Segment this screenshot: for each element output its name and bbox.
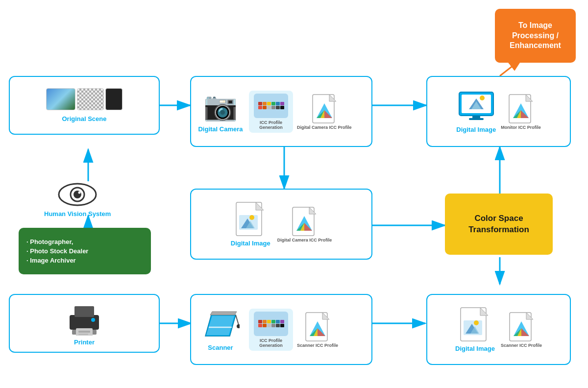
human-vision-container: Human Vision System <box>44 181 111 218</box>
colorchecker-device <box>254 94 288 118</box>
photo-strip <box>46 88 122 110</box>
image-doc-bot-icon <box>460 307 490 342</box>
svg-rect-56 <box>78 334 88 335</box>
camera-icc-profile-label: Digital Camera ICC Profile <box>297 125 352 130</box>
scanner-icon <box>201 308 240 341</box>
scanner-box: Scanner ICC Pro <box>190 294 372 365</box>
photo-checker <box>77 88 104 110</box>
printer-icon <box>65 301 104 336</box>
digital-image-mid-label: Digital Image <box>231 240 270 247</box>
digital-image-mid-section: Digital Image <box>231 201 270 247</box>
digital-image-bot-label: Digital Image <box>455 345 495 352</box>
scanner-icc-right-label: Scanner ICC Profile <box>501 343 542 348</box>
camera-icc-profile-section: Digital Camera ICC Profile <box>297 94 352 130</box>
icc-gen-scanner-box: ICC ProfileGeneration <box>249 309 293 351</box>
svg-line-62 <box>236 315 239 325</box>
icc-gen-scanner-label: ICC ProfileGeneration <box>259 338 283 348</box>
icc-gen-camera-box: ICC ProfileGeneration <box>249 91 293 133</box>
svg-rect-52 <box>74 306 94 317</box>
printer-box: Printer <box>9 294 160 353</box>
camera-section: 📷 Digital Camera <box>196 90 245 133</box>
scanner-device-icon <box>254 312 288 336</box>
colorchecker-grid2 <box>258 320 284 327</box>
camera-icc-doc-icon <box>312 94 337 124</box>
digital-image-top-box: Digital Image Monitor ICC Profile <box>426 76 571 147</box>
svg-rect-51 <box>70 315 99 330</box>
to-image-processing-box: To ImageProcessing /Enhancement <box>495 9 576 63</box>
eye-icon <box>58 181 97 208</box>
digital-image-top-label: Digital Image <box>456 126 496 133</box>
image-doc-mid-icon <box>235 201 266 237</box>
scanner-icc-right-section: Scanner ICC Profile <box>501 312 542 348</box>
svg-rect-55 <box>78 331 90 333</box>
digital-camera-box: 📷 Digital Camera <box>190 76 372 147</box>
color-space-transformation-box: Color SpaceTransformation <box>445 194 553 255</box>
printer-label: Printer <box>74 339 95 346</box>
monitor-section: Digital Image <box>456 90 496 133</box>
diagram-container: Original Scene 📷 Digital Camera <box>0 0 588 388</box>
photo-dark <box>105 88 122 110</box>
icc-gen-camera-label: ICC ProfileGeneration <box>259 120 283 130</box>
svg-point-75 <box>474 320 479 325</box>
original-scene-box: Original Scene <box>9 76 160 135</box>
monitor-icon <box>457 90 496 123</box>
colorchecker-grid <box>258 102 284 109</box>
camera-icon: 📷 <box>203 90 238 122</box>
digital-camera-label: Digital Camera <box>198 125 243 133</box>
photo-landscape <box>46 88 75 110</box>
camera-icc-mid-label: Digital Camera ICC Profile <box>277 238 332 242</box>
svg-point-57 <box>91 318 95 322</box>
monitor-icc-doc-icon <box>508 94 534 124</box>
monitor-icc-label: Monitor ICC Profile <box>501 125 541 130</box>
digital-image-middle-box: Digital Image Digital Camera ICC Profile <box>190 189 372 260</box>
color-space-label: Color SpaceTransformation <box>468 213 529 236</box>
original-scene-label: Original Scene <box>62 115 106 122</box>
svg-marker-61 <box>210 312 237 315</box>
scanner-section: Scanner <box>196 308 245 351</box>
photographer-line2: · Photo Stock Dealer <box>26 247 88 255</box>
scanner-icc-label: Scanner ICC Profile <box>297 343 338 348</box>
to-image-processing-label: To ImageProcessing /Enhancement <box>510 21 561 51</box>
svg-rect-28 <box>469 118 484 120</box>
photographer-line1: · Photographer, <box>26 238 73 245</box>
camera-icc-mid-doc-icon <box>292 206 317 237</box>
svg-point-44 <box>249 215 254 220</box>
photographer-line3: · Image Archiver <box>26 257 76 264</box>
human-vision-label: Human Vision System <box>44 210 111 218</box>
camera-icc-mid-section: Digital Camera ICC Profile <box>277 206 332 242</box>
svg-point-63 <box>237 324 240 328</box>
photographer-box: · Photographer, · Photo Stock Dealer · I… <box>19 228 151 274</box>
svg-point-38 <box>78 192 81 194</box>
scanner-icc-doc-icon <box>305 312 330 342</box>
scanner-label: Scanner <box>208 344 233 351</box>
digital-image-bot-section: Digital Image <box>455 307 495 352</box>
digital-image-bottom-box: Digital Image Scanner ICC Profile <box>426 294 571 365</box>
scanner-icc-profile-section: Scanner ICC Profile <box>297 312 338 348</box>
monitor-icc-section: Monitor ICC Profile <box>501 94 541 130</box>
scanner-icc-right-doc-icon <box>509 312 534 342</box>
svg-point-26 <box>480 96 485 100</box>
